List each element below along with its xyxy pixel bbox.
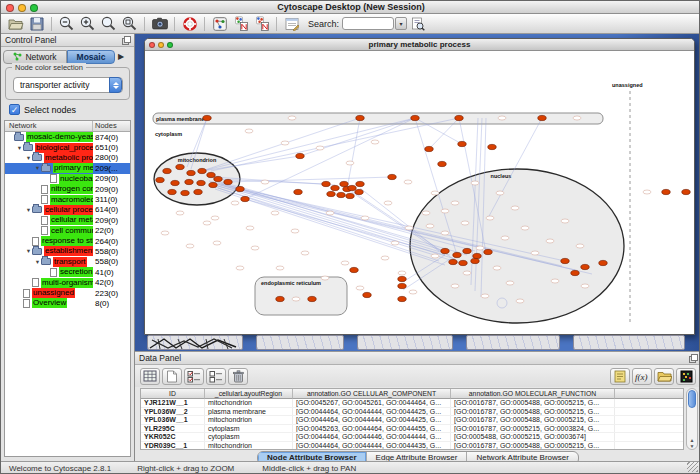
network-edge[interactable] (202, 118, 415, 171)
network-node[interactable] (308, 296, 316, 301)
network-node[interactable] (209, 182, 217, 187)
import-attributes-icon[interactable] (654, 368, 674, 385)
table-cell[interactable]: [GO:0016787, GO:0005488, GO:0005215, G..… (451, 408, 615, 416)
table-row[interactable]: YPL036W__2plasma membrane[GO:0044464, GO… (141, 408, 683, 417)
network-node[interactable] (459, 260, 467, 265)
network-node[interactable] (337, 192, 345, 197)
network-node[interactable] (296, 153, 304, 158)
region-plasma-membrane[interactable] (153, 113, 603, 124)
network-node[interactable] (682, 189, 690, 194)
network-node[interactable] (453, 252, 461, 257)
table-cell[interactable]: mitochondrion (205, 399, 293, 407)
background-window-fragment[interactable] (256, 335, 344, 350)
network-node[interactable] (168, 189, 176, 194)
float-panel-icon[interactable] (689, 354, 698, 365)
network-node[interactable] (463, 248, 471, 253)
network-view-titlebar[interactable]: primary metabolic process (145, 39, 694, 51)
select-attributes-icon[interactable] (184, 368, 204, 385)
table-cell[interactable]: [GO:0016787, GO:0005488, GO:0005215, G..… (451, 399, 615, 407)
network-node[interactable] (484, 249, 492, 254)
network-node[interactable] (599, 260, 607, 265)
window-titlebar[interactable]: Cytoscape Desktop (New Session) (1, 1, 700, 14)
annotation-icon[interactable] (610, 368, 630, 385)
network-node[interactable] (441, 248, 449, 253)
table-cell[interactable]: [GO:0016787, GO:0005488, GO:0005215, G..… (451, 442, 615, 450)
network-node[interactable] (363, 292, 371, 297)
network-node[interactable] (438, 161, 446, 166)
table-mode-icon[interactable] (140, 368, 160, 385)
network-node[interactable] (187, 170, 195, 175)
enhanced-search-icon[interactable] (407, 15, 428, 33)
network-node[interactable] (224, 179, 232, 184)
tree-row[interactable]: Overview8(0) (5, 298, 130, 308)
table-row[interactable]: YDR039C__1mitochondrion[GO:0044464, GO:0… (141, 442, 683, 450)
zoom-fit-icon[interactable] (119, 15, 140, 33)
scrollbar-thumb[interactable] (688, 390, 696, 408)
table-row[interactable]: YKR052Ccytoplasm[GO:0044464, GO:0044446,… (141, 433, 683, 442)
network-node[interactable] (411, 115, 419, 120)
float-panel-icon[interactable] (122, 36, 131, 47)
network-node[interactable] (398, 276, 406, 281)
column-header[interactable]: _cellularLayoutRegion (205, 389, 293, 399)
network-node[interactable] (449, 259, 457, 264)
network-node[interactable] (294, 189, 302, 194)
filter-icon[interactable] (281, 15, 302, 33)
table-cell[interactable]: [GO:0045267, GO:0045261, GO:0044464, G..… (293, 399, 451, 407)
background-window-fragment[interactable] (147, 335, 243, 350)
tree-row[interactable]: cellular metabol209(0) (5, 215, 130, 225)
tree-row[interactable]: secretion41(0) (5, 267, 130, 277)
tree-row[interactable]: ▼primary metabo209(... (5, 163, 130, 173)
table-cell[interactable]: [GO:0016787, GO:0005488, GO:0005215, G..… (451, 416, 615, 424)
table-cell[interactable]: YLR295C (141, 425, 205, 433)
table-vertical-scrollbar[interactable]: ▲▼ (686, 388, 698, 450)
zoom-out-icon[interactable] (56, 15, 77, 33)
help-icon[interactable] (179, 15, 200, 33)
column-header[interactable]: annotation.GO CELLULAR_COMPONENT (293, 389, 451, 399)
network-node[interactable] (241, 196, 249, 201)
tab-network[interactable]: Network (3, 50, 67, 64)
table-cell[interactable]: plasma membrane (205, 408, 293, 416)
network-node[interactable] (236, 186, 244, 191)
delete-attribute-icon[interactable] (228, 368, 248, 385)
network-node[interactable] (488, 144, 496, 149)
table-cell[interactable]: YPL036W__2 (141, 408, 205, 416)
background-window-fragment[interactable] (466, 335, 560, 350)
tab-overflow-arrow[interactable]: ▶ (118, 52, 124, 61)
network-node[interactable] (346, 193, 354, 198)
network-node[interactable] (473, 253, 481, 258)
table-cell[interactable]: [GO:0044464, GO:0044446, GO:0044444, G..… (293, 433, 451, 441)
vizmapper-alt-icon[interactable] (251, 15, 272, 33)
network-node[interactable] (207, 172, 215, 177)
table-cell[interactable]: [GO:0016787, GO:0005215, GO:0003824, G..… (451, 425, 615, 433)
attribute-table[interactable]: ID_cellularLayoutRegionannotation.GO CEL… (140, 388, 684, 450)
tab-mosaic[interactable]: Mosaic (67, 50, 115, 64)
network-node[interactable] (340, 181, 348, 186)
network-node[interactable] (327, 191, 335, 196)
network-node[interactable] (538, 115, 546, 120)
network-graph[interactable]: plasma membranecytoplasmmitochondrionnuc… (145, 51, 694, 334)
disclosure-triangle-icon[interactable]: ▼ (16, 145, 23, 151)
network-node[interactable] (171, 180, 179, 185)
save-session-icon[interactable] (26, 15, 47, 33)
network-node[interactable] (471, 258, 479, 263)
tree-row[interactable]: ▼transport558(0) (5, 257, 130, 267)
network-node[interactable] (214, 176, 222, 181)
tree-row[interactable]: multi-organism pro42(0) (5, 277, 130, 287)
table-cell[interactable]: [GO:0005488, GO:0005215, GO:0003674] (451, 433, 615, 441)
create-attribute-icon[interactable] (162, 368, 182, 385)
network-node[interactable] (198, 168, 206, 173)
disclosure-triangle-icon[interactable]: ▼ (25, 207, 32, 213)
table-cell[interactable]: YDR039C__1 (141, 442, 205, 450)
export-image-icon[interactable] (149, 15, 170, 33)
vizmapper-icon[interactable] (230, 15, 251, 33)
disclosure-triangle-icon[interactable]: ▼ (34, 165, 41, 171)
tree-row[interactable]: nitrogen compo209(0) (5, 184, 130, 194)
unselect-attributes-icon[interactable] (206, 368, 226, 385)
attribute-matrix-icon[interactable] (676, 368, 696, 385)
tree-row[interactable]: ▼metabolic process280(0) (5, 153, 130, 163)
network-node[interactable] (348, 185, 356, 190)
network-node[interactable] (163, 168, 171, 173)
disclosure-triangle-icon[interactable]: ▼ (34, 259, 41, 265)
background-window-fragment[interactable] (573, 335, 685, 350)
network-node[interactable] (322, 181, 330, 186)
